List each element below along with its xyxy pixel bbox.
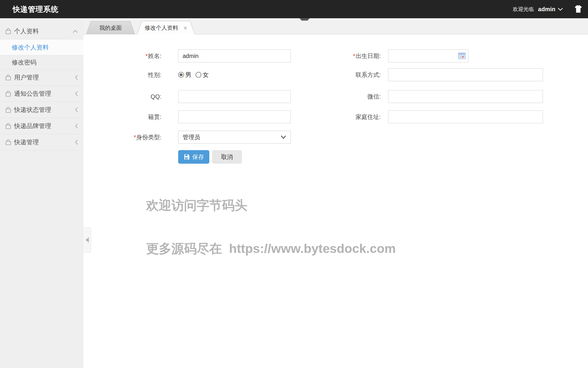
bag-icon xyxy=(5,122,12,130)
cancel-button[interactable]: 取消 xyxy=(212,150,242,164)
bag-icon xyxy=(5,90,12,97)
user-dropdown[interactable]: admin xyxy=(538,6,563,13)
sidebar-section-label: 用户管理 xyxy=(14,73,39,82)
chevron-left-icon xyxy=(75,139,78,145)
calendar-icon[interactable] xyxy=(458,53,466,59)
role-select[interactable]: 管理员 xyxy=(178,131,291,144)
sidebar-item-edit-profile[interactable]: 修改个人资料 xyxy=(0,39,83,55)
gender-label: 性别: xyxy=(91,68,161,81)
chevron-up-icon xyxy=(72,29,78,33)
sidebar-section-label: 个人资料 xyxy=(14,27,39,35)
sidebar-section-label: 快递管理 xyxy=(14,138,39,146)
qq-input[interactable] xyxy=(178,90,291,103)
sidebar-collapse-handle[interactable] xyxy=(83,227,91,253)
sidebar-section-label: 快递品牌管理 xyxy=(14,122,51,130)
birthdate-input[interactable] xyxy=(388,49,468,62)
role-selected-value: 管理员 xyxy=(183,133,200,141)
name-label: *姓名: xyxy=(91,49,161,62)
tab-edit-profile[interactable]: 修改个人资料 × xyxy=(137,21,195,34)
cancel-button-label: 取消 xyxy=(221,153,233,161)
app-title: 快递管理系统 xyxy=(13,4,59,14)
hometown-input[interactable] xyxy=(178,110,291,123)
chevron-left-icon xyxy=(75,74,78,80)
bag-icon xyxy=(5,28,12,35)
close-icon[interactable]: × xyxy=(183,25,187,31)
watermark-line2: 更多源码尽在 https://www.bytesdock.com xyxy=(146,241,396,256)
sidebar: 个人资料 修改个人资料 修改密码 用户管理 通知公告管理 快递 xyxy=(0,18,83,368)
gender-option-female: 女 xyxy=(203,71,209,79)
sidebar-item-label: 修改密码 xyxy=(12,58,36,67)
chevron-down-icon xyxy=(280,135,286,139)
wechat-label: 微信: xyxy=(310,90,381,103)
tab-bar: 我的桌面 修改个人资料 × xyxy=(83,18,588,34)
birthdate-field xyxy=(388,49,468,62)
app-header: 快递管理系统 欢迎光临 admin xyxy=(0,0,588,18)
sidebar-section-label: 通知公告管理 xyxy=(14,89,51,98)
hometown-label: 籍贯: xyxy=(91,110,161,123)
sidebar-section-notices[interactable]: 通知公告管理 xyxy=(0,86,83,102)
tab-label: 我的桌面 xyxy=(99,24,122,32)
contact-input[interactable] xyxy=(388,68,543,81)
address-label: 家庭住址: xyxy=(310,110,381,123)
wechat-input[interactable] xyxy=(388,90,543,103)
required-asterisk: * xyxy=(146,53,148,59)
save-button-label: 保存 xyxy=(192,153,204,161)
name-input[interactable] xyxy=(178,49,291,62)
bag-icon xyxy=(5,74,12,81)
save-icon xyxy=(183,154,190,160)
triangle-left-icon xyxy=(86,237,89,243)
chevron-left-icon xyxy=(75,91,78,97)
gender-radio-male[interactable] xyxy=(178,72,184,78)
sidebar-item-label: 修改个人资料 xyxy=(12,43,49,52)
chevron-left-icon xyxy=(75,107,78,113)
sidebar-section-express-brand[interactable]: 快递品牌管理 xyxy=(0,118,83,134)
bag-icon xyxy=(5,139,12,146)
sidebar-section-personal[interactable]: 个人资料 xyxy=(0,23,83,39)
contact-label: 联系方式: xyxy=(310,68,381,81)
app-root: 快递管理系统 欢迎光临 admin 个人资料 修改个人资料 修改密码 xyxy=(0,0,588,368)
required-asterisk: * xyxy=(134,134,136,140)
chevron-left-icon xyxy=(75,123,78,129)
bag-icon xyxy=(5,106,12,113)
role-label: *身份类型: xyxy=(91,131,161,144)
gender-option-male: 男 xyxy=(185,71,191,79)
birthdate-label: *出生日期: xyxy=(310,49,381,62)
gender-radio-female[interactable] xyxy=(196,72,201,78)
required-asterisk: * xyxy=(353,53,355,59)
tab-my-desktop[interactable]: 我的桌面 xyxy=(86,21,135,34)
sidebar-section-express[interactable]: 快递管理 xyxy=(0,134,83,150)
sidebar-item-change-password[interactable]: 修改密码 xyxy=(0,55,83,69)
tab-label: 修改个人资料 xyxy=(145,24,178,32)
username: admin xyxy=(538,6,555,13)
theme-tshirt-icon[interactable] xyxy=(573,5,584,14)
sidebar-section-express-status[interactable]: 快递状态管理 xyxy=(0,102,83,118)
sidebar-section-users[interactable]: 用户管理 xyxy=(0,69,83,86)
qq-label: QQ: xyxy=(91,90,161,103)
chevron-down-icon xyxy=(558,7,563,11)
sidebar-section-label: 快递状态管理 xyxy=(14,106,51,114)
address-input[interactable] xyxy=(388,110,543,123)
welcome-text: 欢迎光临 xyxy=(513,6,534,13)
save-button[interactable]: 保存 xyxy=(178,150,209,164)
watermark-line1: 欢迎访问字节码头 xyxy=(146,198,396,213)
gender-radio-group: 男 女 xyxy=(178,68,212,81)
watermark-text: 欢迎访问字节码头 更多源码尽在 https://www.bytesdock.co… xyxy=(146,169,396,285)
